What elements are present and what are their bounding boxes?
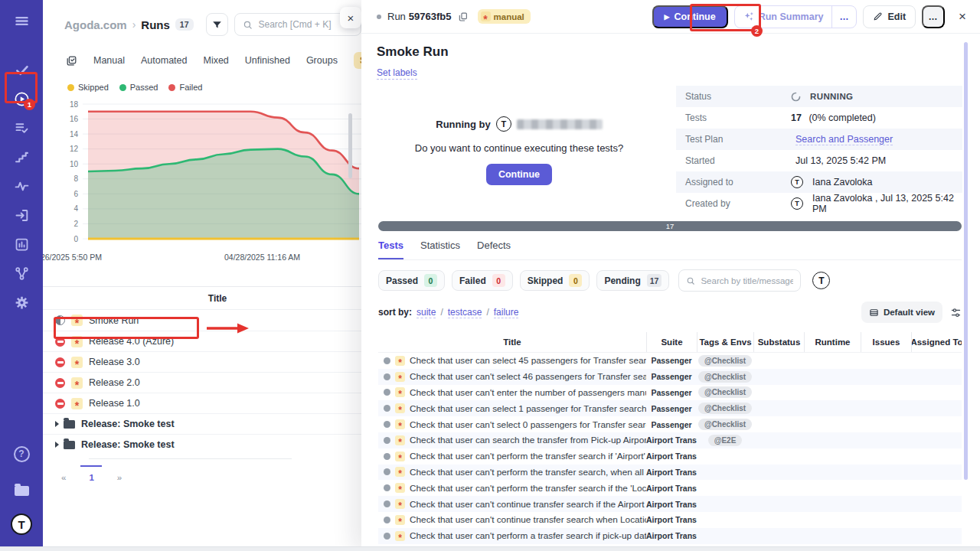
chart-legend: Skipped Passed Failed xyxy=(67,81,361,93)
status-filter-chip[interactable]: Failed 0 xyxy=(452,270,513,291)
sliders-icon[interactable] xyxy=(950,307,962,318)
status-running-icon xyxy=(55,337,65,347)
sort-separator: / xyxy=(486,307,488,318)
test-row[interactable]: Check that user can't perform the transf… xyxy=(378,465,962,481)
status-filter-chip[interactable]: Pending 17 xyxy=(596,270,669,291)
runs-tab[interactable]: Automated xyxy=(141,55,187,66)
run-row[interactable]: Smoke Run xyxy=(43,310,361,331)
test-row[interactable]: Check that user can't select 0 passenger… xyxy=(378,416,962,432)
test-row[interactable]: Check that user can't select 46 passenge… xyxy=(378,369,962,385)
run-row[interactable]: Release 3.0 xyxy=(43,351,361,372)
column-header[interactable]: Issues xyxy=(861,332,911,352)
runs-tab[interactable]: Se xyxy=(354,52,361,69)
svg-text:14: 14 xyxy=(70,130,79,139)
sidebar-item[interactable] xyxy=(6,84,37,113)
test-row[interactable]: Check that user can't perform the transf… xyxy=(378,480,962,496)
select-all-icon[interactable] xyxy=(66,55,77,67)
continue-question: Do you want to continue executing these … xyxy=(361,142,677,154)
runs-search-input[interactable] xyxy=(258,19,353,30)
test-row[interactable]: Check that user can't perform the transf… xyxy=(378,448,962,465)
pending-status-dot xyxy=(384,484,390,491)
column-header[interactable]: Assigned To xyxy=(911,332,962,352)
status-filter-chip[interactable]: Skipped 0 xyxy=(520,270,590,291)
continue-label: Continue xyxy=(675,11,716,22)
sidebar-item[interactable] xyxy=(6,55,37,84)
test-row[interactable]: Check that user can't continue transfer … xyxy=(378,496,962,512)
assignee-filter-avatar[interactable]: T xyxy=(812,272,830,289)
pagination-next[interactable]: » xyxy=(117,473,122,482)
breadcrumb-project[interactable]: Agoda.com xyxy=(64,18,127,31)
expand-caret-icon[interactable] xyxy=(55,421,59,427)
workspace-logo[interactable]: T xyxy=(6,510,37,539)
projects-button[interactable] xyxy=(6,474,37,504)
run-row[interactable]: Release: Smoke test xyxy=(43,434,361,455)
column-header[interactable]: Substatus xyxy=(753,332,804,352)
column-header[interactable]: Tags & Envs xyxy=(697,332,753,352)
column-header[interactable]: Suite xyxy=(646,332,697,352)
chip-count-badge: 17 xyxy=(647,274,662,287)
sort-suite-link[interactable]: suite xyxy=(416,307,436,318)
default-view-button[interactable]: Default view xyxy=(861,302,942,323)
smoke-spark-icon xyxy=(395,499,405,509)
run-summary-more-button[interactable]: … xyxy=(831,6,856,28)
tests-search-input[interactable] xyxy=(701,276,793,285)
run-row[interactable]: Release: Smoke test xyxy=(43,413,361,434)
tests-search[interactable] xyxy=(678,269,801,292)
runs-tab[interactable]: Manual xyxy=(93,55,125,66)
chip-label: Passed xyxy=(386,276,418,286)
runs-tab[interactable]: Mixed xyxy=(203,55,228,66)
test-row[interactable]: Check that user can't enter the number o… xyxy=(378,385,962,401)
info-value: T Iana Zavoloka xyxy=(791,176,962,188)
smoke-spark-icon xyxy=(395,387,405,397)
detail-tab[interactable]: Tests xyxy=(378,240,403,259)
edit-button[interactable]: Edit xyxy=(863,5,916,28)
sidebar-item[interactable] xyxy=(6,171,37,201)
run-row[interactable]: Release 1.0 xyxy=(43,393,361,413)
info-value: T Iana Zavoloka , Jul 13, 2025 5:42 PM xyxy=(791,193,962,214)
sort-testcase-link[interactable]: testcase xyxy=(448,307,482,318)
test-row[interactable]: Check that user can select 1 passenger f… xyxy=(378,400,962,416)
expand-caret-icon[interactable] xyxy=(55,442,59,448)
more-actions-button[interactable]: … xyxy=(922,5,945,28)
sidebar-item[interactable] xyxy=(6,6,37,35)
run-summary-button[interactable]: Run Summary xyxy=(735,6,832,28)
legend-label: Passed xyxy=(130,83,158,92)
test-row[interactable]: Check that user can select 45 passengers… xyxy=(378,353,962,369)
run-row[interactable]: Release 4.0 (Azure) xyxy=(43,331,361,351)
tests-table-header: TitleSuiteTags & EnvsSubstatusRuntimeIss… xyxy=(378,332,962,353)
detail-scrollbar[interactable] xyxy=(964,42,968,480)
pagination-prev[interactable]: « xyxy=(61,473,66,482)
sidebar-item[interactable] xyxy=(6,259,37,288)
runs-tab[interactable]: Groups xyxy=(306,55,338,66)
set-labels-link[interactable]: Set labels xyxy=(377,67,417,80)
filter-button[interactable] xyxy=(206,13,229,36)
group-folder-icon xyxy=(64,441,75,449)
left-panel-scrollbar[interactable] xyxy=(348,113,352,178)
test-row[interactable]: Check that user can search the transfer … xyxy=(378,432,962,448)
sidebar-item[interactable] xyxy=(6,230,37,259)
detail-tab[interactable]: Statistics xyxy=(420,240,460,259)
column-header[interactable]: Title xyxy=(378,332,646,352)
test-row[interactable]: Check that user can't continue transfer … xyxy=(378,512,962,528)
pagination-page-1[interactable]: 1 xyxy=(89,473,93,482)
detail-tab[interactable]: Defects xyxy=(477,240,511,259)
pending-status-dot xyxy=(384,533,390,540)
column-header[interactable]: Runtime xyxy=(804,332,861,352)
sort-failure-link[interactable]: failure xyxy=(494,307,519,318)
sidebar-item[interactable] xyxy=(6,113,37,142)
close-detail-button[interactable]: × xyxy=(959,9,966,24)
continue-button[interactable]: ▶ Continue xyxy=(652,5,728,28)
sidebar-item[interactable] xyxy=(6,201,37,230)
panel-close-button[interactable]: × xyxy=(340,7,361,28)
continue-prompt-button[interactable]: Continue xyxy=(486,164,552,185)
sidebar-item[interactable] xyxy=(6,142,37,171)
copy-icon[interactable] xyxy=(458,11,469,22)
horizontal-scrollbar-track[interactable] xyxy=(0,546,980,551)
run-row[interactable]: Release 2.0 xyxy=(43,372,361,393)
sidebar-item[interactable] xyxy=(6,288,37,317)
test-row[interactable]: Check that user can't perform a trasfer … xyxy=(378,528,962,544)
run-title: Smoke Run xyxy=(89,315,139,326)
status-filter-chip[interactable]: Passed 0 xyxy=(378,270,445,291)
help-button[interactable]: ? xyxy=(6,439,37,468)
runs-tab[interactable]: Unfinished xyxy=(245,55,290,66)
